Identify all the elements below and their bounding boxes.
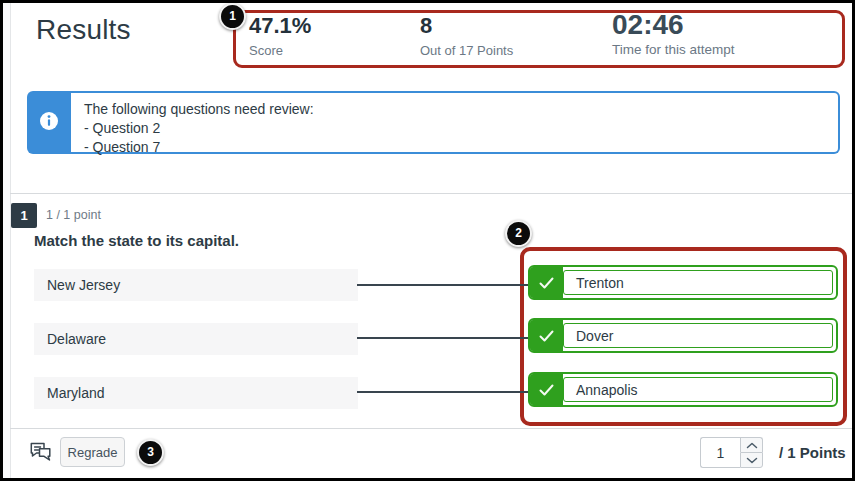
increment-icon[interactable] — [740, 437, 763, 452]
alert-line: - Question 7 — [84, 138, 828, 157]
stat-time: 02:46 Time for this attempt — [612, 9, 735, 57]
review-alert: The following questions need review: - Q… — [27, 91, 840, 154]
score-label: Score — [249, 43, 311, 58]
annotation-badge-3: 3 — [137, 439, 164, 466]
annotation-badge-2: 2 — [505, 220, 532, 247]
left-gutter — [3, 3, 11, 478]
check-icon — [530, 320, 563, 351]
footer-divider — [10, 428, 852, 429]
stat-points: 8 Out of 17 Points — [420, 13, 513, 58]
match-connector-line — [357, 391, 529, 393]
alert-line: The following questions need review: — [84, 100, 828, 119]
points-value: 8 — [420, 13, 513, 39]
answer-label: Trenton — [563, 270, 833, 295]
points-stepper — [740, 437, 763, 468]
time-label: Time for this attempt — [612, 42, 735, 57]
match-connector-line — [357, 337, 529, 339]
annotation-badge-1: 1 — [219, 3, 246, 30]
answer-label: Dover — [563, 323, 833, 348]
info-icon — [39, 111, 59, 135]
alert-icon-panel — [27, 91, 71, 154]
time-value: 02:46 — [612, 9, 735, 40]
quiz-results-page: Results 1 47.1% Score 8 Out of 17 Points… — [0, 0, 855, 481]
check-icon — [530, 374, 563, 405]
score-value: 47.1% — [249, 13, 311, 39]
points-total-label: / 1 Points — [779, 444, 846, 461]
match-item-label: New Jersey — [34, 269, 358, 301]
feedback-comments-icon[interactable] — [27, 440, 53, 466]
annotation-box-stats — [233, 10, 845, 68]
match-item-label: Delaware — [34, 323, 358, 355]
match-answer-correct: Annapolis — [528, 372, 838, 407]
stat-score: 47.1% Score — [249, 13, 311, 58]
regrade-button[interactable]: Regrade — [60, 437, 125, 467]
decrement-icon[interactable] — [740, 452, 763, 468]
check-icon — [530, 267, 563, 298]
question-prompt: Match the state to its capital. — [34, 232, 239, 249]
alert-message: The following questions need review: - Q… — [71, 91, 840, 154]
match-answer-correct: Trenton — [528, 265, 838, 300]
points-awarded-input[interactable] — [700, 437, 740, 468]
points-label: Out of 17 Points — [420, 43, 513, 58]
answer-label: Annapolis — [563, 377, 833, 402]
match-connector-line — [357, 284, 529, 286]
question-number-badge: 1 — [11, 203, 37, 228]
question-score-label: 1 / 1 point — [46, 208, 101, 222]
section-divider — [10, 193, 852, 194]
alert-line: - Question 2 — [84, 119, 828, 138]
match-answer-correct: Dover — [528, 318, 838, 353]
match-item-label: Maryland — [34, 377, 358, 409]
page-title: Results — [36, 14, 131, 46]
